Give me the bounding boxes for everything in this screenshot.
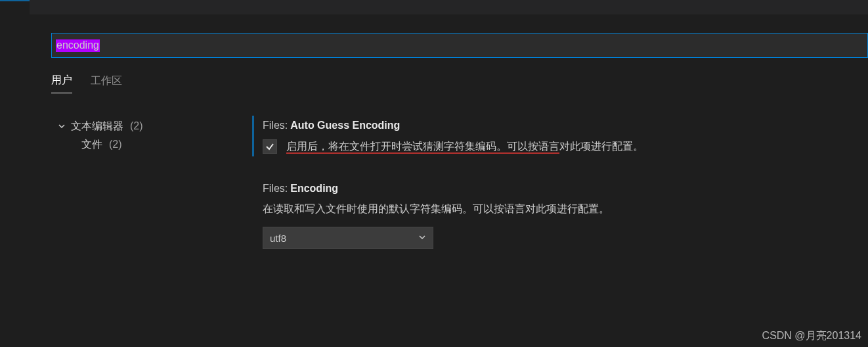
chevron-down-icon	[418, 233, 426, 243]
setting-title: Files: Auto Guess Encoding	[263, 120, 868, 131]
checkbox-auto-guess-encoding[interactable]	[263, 139, 277, 154]
toc-count: (2)	[130, 120, 143, 132]
toc-label: 文件	[81, 138, 102, 152]
active-editor-tab-stub[interactable]	[0, 0, 30, 14]
toc-label: 文本编辑器	[71, 120, 123, 133]
tab-user[interactable]: 用户	[51, 74, 72, 93]
toc-item-text-editor[interactable]: 文本编辑器 (2)	[58, 117, 263, 135]
toc-count: (2)	[109, 139, 122, 150]
settings-toc-tree: 文本编辑器 (2) 文件 (2)	[0, 117, 263, 278]
search-text-selection: encoding	[56, 39, 100, 52]
settings-scope-tabs: 用户 工作区	[0, 58, 868, 93]
chevron-down-icon	[58, 122, 67, 130]
setting-title: Files: Encoding	[263, 183, 868, 195]
settings-search-input[interactable]: encoding	[51, 33, 868, 58]
select-encoding[interactable]: utf8	[263, 227, 433, 249]
toc-item-files[interactable]: 文件 (2)	[58, 135, 263, 154]
setting-description: 启用后，将在文件打开时尝试猜测字符集编码。可以按语言对此项进行配置。	[286, 140, 643, 154]
select-value: utf8	[270, 233, 286, 244]
editor-tabs-bar	[0, 0, 868, 14]
watermark-text: CSDN @月亮201314	[762, 329, 861, 343]
settings-list: Files: Auto Guess Encoding 启用后，将在文件打开时尝试…	[263, 117, 868, 278]
modified-indicator	[252, 116, 254, 156]
setting-files-auto-guess-encoding: Files: Auto Guess Encoding 启用后，将在文件打开时尝试…	[263, 120, 868, 154]
setting-files-encoding: Files: Encoding 在读取和写入文件时使用的默认字符集编码。可以按语…	[263, 183, 868, 249]
tab-workspace[interactable]: 工作区	[91, 74, 122, 93]
setting-description: 在读取和写入文件时使用的默认字符集编码。可以按语言对此项进行配置。	[263, 202, 868, 216]
